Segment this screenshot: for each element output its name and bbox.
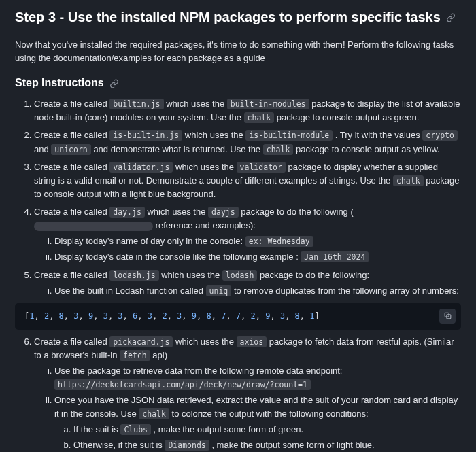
code-filename: lodash.js — [109, 270, 158, 281]
instructions-heading: Step Instructions — [15, 75, 461, 92]
sub-item: Use the package to retrieve data from th… — [54, 364, 461, 392]
code-block: [1, 2, 8, 3, 9, 3, 3, 6, 3, 2, 3, 9, 8, … — [15, 303, 461, 330]
code-package: built-in-modules — [227, 99, 309, 109]
sub-item: Display today's name of day only in the … — [54, 234, 461, 248]
code-value: crypto — [422, 130, 458, 141]
instruction-item: Create a file called builtin.js which us… — [34, 97, 461, 124]
link-icon[interactable] — [446, 13, 456, 22]
code-package: chalk — [139, 408, 169, 419]
code-filename: pickacard.js — [109, 336, 173, 347]
instruction-item: Create a file called validator.js which … — [34, 160, 461, 201]
redacted-link[interactable] — [34, 222, 153, 231]
code-array: [1, 2, 8, 3, 9, 3, 3, 6, 3, 2, 3, 9, 8, … — [24, 311, 320, 321]
code-package: chalk — [244, 112, 275, 123]
instruction-list: Create a file called builtin.js which us… — [15, 97, 461, 452]
step-heading: Step 3 - Use the installed NPM packages … — [15, 7, 461, 28]
code-value: unicorn — [51, 144, 90, 155]
code-filename: is-built-in.js — [109, 130, 182, 141]
code-package: is-builtin-module — [245, 130, 333, 141]
code-value: Clubs — [120, 424, 151, 435]
code-package: lodash — [222, 270, 258, 281]
code-package: chalk — [393, 175, 424, 186]
sub-list: Display today's name of day only in the … — [34, 234, 461, 264]
code-example: ex: Wednesday — [245, 236, 313, 247]
code-url: https://deckofcardsapi.com/api/deck/new/… — [54, 379, 311, 390]
instruction-item: Create a file called lodash.js which use… — [34, 268, 461, 330]
code-package: axios — [237, 336, 267, 347]
code-value: Diamonds — [165, 440, 209, 451]
code-package: chalk — [263, 144, 294, 155]
copy-button[interactable] — [439, 309, 456, 324]
condition-list: If the suit is Clubs , make the output s… — [54, 423, 461, 452]
condition-item: If the suit is Clubs , make the output s… — [73, 423, 461, 436]
step-heading-text: Step 3 - Use the installed NPM packages … — [15, 7, 441, 28]
code-function: uniq — [206, 285, 232, 296]
sub-item: Use the built in Lodash function called … — [54, 284, 461, 298]
link-icon[interactable] — [109, 79, 119, 88]
code-example: Jan 16th 2024 — [301, 251, 369, 262]
instruction-item: Create a file called pickacard.js which … — [34, 335, 461, 453]
code-package: dayjs — [208, 207, 239, 218]
condition-item: Otherwise, if the suit is Diamonds , mak… — [73, 438, 461, 452]
intro-paragraph: Now that you've installed the required p… — [15, 38, 461, 65]
code-filename: builtin.js — [109, 99, 163, 109]
sub-list: Use the built in Lodash function called … — [34, 284, 461, 298]
instruction-item: Create a file called is-built-in.js whic… — [34, 128, 461, 156]
code-api: fetch — [120, 350, 150, 361]
sub-item: Display today's date in the console like… — [54, 250, 461, 264]
code-filename: validator.js — [109, 162, 173, 173]
instruction-item: Create a file called day.js which uses t… — [34, 205, 461, 264]
instructions-heading-text: Step Instructions — [15, 75, 104, 92]
sub-item: Once you have the JSON data retrieved, e… — [54, 394, 461, 452]
code-filename: day.js — [109, 207, 145, 218]
horizontal-rule — [15, 31, 461, 31]
code-package: validator — [237, 162, 286, 173]
sub-list: Use the package to retrieve data from th… — [34, 364, 461, 452]
